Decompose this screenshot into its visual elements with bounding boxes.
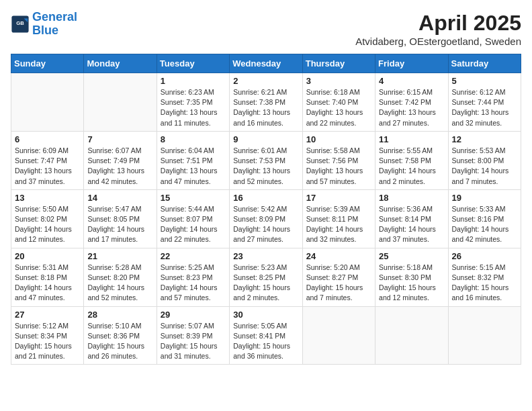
day-number: 25 <box>379 251 444 261</box>
day-info: Sunrise: 5:05 AM Sunset: 8:41 PM Dayligh… <box>233 321 298 362</box>
month-year: April 2025 <box>355 11 521 36</box>
day-number: 14 <box>87 193 152 203</box>
day-info: Sunrise: 5:33 AM Sunset: 8:16 PM Dayligh… <box>452 204 517 245</box>
table-row: 20Sunrise: 5:31 AM Sunset: 8:18 PM Dayli… <box>11 248 84 306</box>
day-info: Sunrise: 5:53 AM Sunset: 8:00 PM Dayligh… <box>452 146 517 187</box>
table-row <box>84 73 157 132</box>
table-row: 2Sunrise: 6:21 AM Sunset: 7:38 PM Daylig… <box>230 73 302 132</box>
day-number: 30 <box>233 310 298 320</box>
day-info: Sunrise: 5:12 AM Sunset: 8:34 PM Dayligh… <box>15 321 80 362</box>
day-info: Sunrise: 6:12 AM Sunset: 7:44 PM Dayligh… <box>452 87 517 128</box>
day-number: 28 <box>87 310 152 320</box>
calendar-week-row: 1Sunrise: 6:23 AM Sunset: 7:35 PM Daylig… <box>11 73 521 132</box>
logo-icon: GB <box>11 15 30 34</box>
day-number: 10 <box>306 134 371 144</box>
day-number: 20 <box>15 251 80 261</box>
table-row: 7Sunrise: 6:07 AM Sunset: 7:49 PM Daylig… <box>84 131 157 189</box>
table-row: 8Sunrise: 6:04 AM Sunset: 7:51 PM Daylig… <box>157 131 229 189</box>
logo-line1: General <box>32 10 77 24</box>
table-row <box>302 306 375 365</box>
day-number: 22 <box>161 251 226 261</box>
table-row: 1Sunrise: 6:23 AM Sunset: 7:35 PM Daylig… <box>157 73 229 132</box>
table-row: 14Sunrise: 5:47 AM Sunset: 8:05 PM Dayli… <box>84 189 157 248</box>
table-row: 17Sunrise: 5:39 AM Sunset: 8:11 PM Dayli… <box>302 189 375 248</box>
day-number: 12 <box>452 134 517 144</box>
day-number: 17 <box>306 193 371 203</box>
day-info: Sunrise: 6:09 AM Sunset: 7:47 PM Dayligh… <box>15 146 80 187</box>
day-info: Sunrise: 5:18 AM Sunset: 8:30 PM Dayligh… <box>379 263 444 304</box>
table-row: 6Sunrise: 6:09 AM Sunset: 7:47 PM Daylig… <box>11 131 84 189</box>
table-row: 3Sunrise: 6:18 AM Sunset: 7:40 PM Daylig… <box>302 73 375 132</box>
title-section: April 2025 Atvidaberg, OEstergoetland, S… <box>355 11 521 47</box>
day-number: 9 <box>233 134 298 144</box>
day-number: 23 <box>233 251 298 261</box>
header-wednesday: Wednesday <box>230 54 302 73</box>
day-number: 7 <box>87 134 152 144</box>
header-saturday: Saturday <box>448 54 521 73</box>
calendar-week-row: 6Sunrise: 6:09 AM Sunset: 7:47 PM Daylig… <box>11 131 521 189</box>
calendar-week-row: 13Sunrise: 5:50 AM Sunset: 8:02 PM Dayli… <box>11 189 521 248</box>
table-row <box>448 306 521 365</box>
table-row: 11Sunrise: 5:55 AM Sunset: 7:58 PM Dayli… <box>375 131 448 189</box>
day-number: 21 <box>87 251 152 261</box>
day-number: 4 <box>379 76 444 86</box>
table-row: 28Sunrise: 5:10 AM Sunset: 8:36 PM Dayli… <box>84 306 157 365</box>
table-row: 21Sunrise: 5:28 AM Sunset: 8:20 PM Dayli… <box>84 248 157 306</box>
day-info: Sunrise: 5:23 AM Sunset: 8:25 PM Dayligh… <box>233 263 298 304</box>
table-row: 22Sunrise: 5:25 AM Sunset: 8:23 PM Dayli… <box>157 248 229 306</box>
day-info: Sunrise: 6:01 AM Sunset: 7:53 PM Dayligh… <box>233 146 298 187</box>
day-info: Sunrise: 5:07 AM Sunset: 8:39 PM Dayligh… <box>161 321 226 362</box>
day-number: 27 <box>15 310 80 320</box>
svg-text:GB: GB <box>16 20 24 26</box>
header-friday: Friday <box>375 54 448 73</box>
day-number: 26 <box>452 251 517 261</box>
day-number: 18 <box>379 193 444 203</box>
day-info: Sunrise: 5:58 AM Sunset: 7:56 PM Dayligh… <box>306 146 371 187</box>
day-info: Sunrise: 5:10 AM Sunset: 8:36 PM Dayligh… <box>87 321 152 362</box>
day-number: 6 <box>15 134 80 144</box>
header-monday: Monday <box>84 54 157 73</box>
day-info: Sunrise: 5:55 AM Sunset: 7:58 PM Dayligh… <box>379 146 444 187</box>
day-info: Sunrise: 5:50 AM Sunset: 8:02 PM Dayligh… <box>15 204 80 245</box>
table-row: 19Sunrise: 5:33 AM Sunset: 8:16 PM Dayli… <box>448 189 521 248</box>
day-number: 5 <box>452 76 517 86</box>
table-row: 5Sunrise: 6:12 AM Sunset: 7:44 PM Daylig… <box>448 73 521 132</box>
table-row: 9Sunrise: 6:01 AM Sunset: 7:53 PM Daylig… <box>230 131 302 189</box>
day-number: 15 <box>161 193 226 203</box>
day-number: 29 <box>161 310 226 320</box>
table-row: 25Sunrise: 5:18 AM Sunset: 8:30 PM Dayli… <box>375 248 448 306</box>
table-row: 26Sunrise: 5:15 AM Sunset: 8:32 PM Dayli… <box>448 248 521 306</box>
day-info: Sunrise: 6:15 AM Sunset: 7:42 PM Dayligh… <box>379 87 444 128</box>
day-info: Sunrise: 6:18 AM Sunset: 7:40 PM Dayligh… <box>306 87 371 128</box>
day-number: 24 <box>306 251 371 261</box>
day-info: Sunrise: 5:31 AM Sunset: 8:18 PM Dayligh… <box>15 263 80 304</box>
table-row: 10Sunrise: 5:58 AM Sunset: 7:56 PM Dayli… <box>302 131 375 189</box>
table-row: 13Sunrise: 5:50 AM Sunset: 8:02 PM Dayli… <box>11 189 84 248</box>
day-info: Sunrise: 5:42 AM Sunset: 8:09 PM Dayligh… <box>233 204 298 245</box>
header-tuesday: Tuesday <box>157 54 229 73</box>
day-number: 1 <box>161 76 226 86</box>
table-row: 16Sunrise: 5:42 AM Sunset: 8:09 PM Dayli… <box>230 189 302 248</box>
table-row <box>375 306 448 365</box>
day-number: 13 <box>15 193 80 203</box>
day-info: Sunrise: 6:07 AM Sunset: 7:49 PM Dayligh… <box>87 146 152 187</box>
day-info: Sunrise: 5:28 AM Sunset: 8:20 PM Dayligh… <box>87 263 152 304</box>
day-number: 16 <box>233 193 298 203</box>
table-row: 27Sunrise: 5:12 AM Sunset: 8:34 PM Dayli… <box>11 306 84 365</box>
table-row: 30Sunrise: 5:05 AM Sunset: 8:41 PM Dayli… <box>230 306 302 365</box>
day-info: Sunrise: 6:23 AM Sunset: 7:35 PM Dayligh… <box>161 87 226 128</box>
table-row: 23Sunrise: 5:23 AM Sunset: 8:25 PM Dayli… <box>230 248 302 306</box>
day-number: 19 <box>452 193 517 203</box>
table-row <box>11 73 84 132</box>
table-row: 29Sunrise: 5:07 AM Sunset: 8:39 PM Dayli… <box>157 306 229 365</box>
day-number: 8 <box>161 134 226 144</box>
day-number: 2 <box>233 76 298 86</box>
table-row: 4Sunrise: 6:15 AM Sunset: 7:42 PM Daylig… <box>375 73 448 132</box>
header-thursday: Thursday <box>302 54 375 73</box>
day-info: Sunrise: 5:36 AM Sunset: 8:14 PM Dayligh… <box>379 204 444 245</box>
calendar-week-row: 27Sunrise: 5:12 AM Sunset: 8:34 PM Dayli… <box>11 306 521 365</box>
table-row: 18Sunrise: 5:36 AM Sunset: 8:14 PM Dayli… <box>375 189 448 248</box>
table-row: 15Sunrise: 5:44 AM Sunset: 8:07 PM Dayli… <box>157 189 229 248</box>
page-header: GB General Blue April 2025 Atvidaberg, O… <box>11 11 521 47</box>
logo: GB General Blue <box>11 11 77 38</box>
